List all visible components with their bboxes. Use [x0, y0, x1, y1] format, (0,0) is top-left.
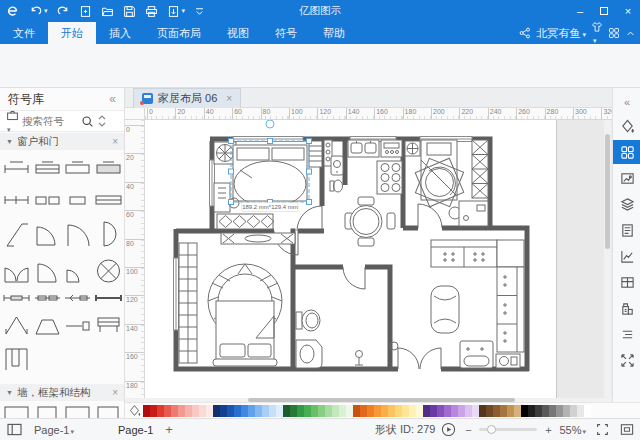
color-swatch[interactable]: [458, 405, 465, 417]
color-swatch[interactable]: [171, 405, 178, 417]
floor-plan[interactable]: 189.2 mm*129.4 mm: [145, 120, 557, 398]
symbol-window-frame[interactable]: [34, 158, 61, 176]
symbol-wall-opening[interactable]: [95, 292, 122, 304]
color-swatch[interactable]: [283, 405, 290, 417]
symbol-window-narrow[interactable]: [64, 192, 91, 208]
close-section-icon[interactable]: ×: [112, 387, 118, 398]
symbol-sliding-door[interactable]: [3, 292, 30, 304]
format-paint-icon[interactable]: [125, 404, 143, 417]
search-icon[interactable]: [81, 115, 94, 128]
color-swatch[interactable]: [507, 405, 514, 417]
color-swatch[interactable]: [430, 405, 437, 417]
symbol-door-half-round[interactable]: [95, 218, 122, 250]
color-swatch[interactable]: [339, 405, 346, 417]
horizontal-ruler[interactable]: 0204060801001201401601802002202402602803…: [145, 108, 612, 120]
color-swatch[interactable]: [479, 405, 486, 417]
rotation-handle[interactable]: [266, 120, 274, 128]
close-button[interactable]: ×: [616, 0, 640, 22]
open-folder-button[interactable]: [101, 0, 114, 22]
symbol-wall-segment[interactable]: [64, 405, 91, 418]
section-windows-doors[interactable]: ▼窗户和门×: [0, 133, 124, 150]
color-swatch[interactable]: [416, 405, 423, 417]
color-swatch[interactable]: [353, 405, 360, 417]
color-swatch[interactable]: [500, 405, 507, 417]
color-swatch[interactable]: [276, 405, 283, 417]
fit-expand-icon[interactable]: [613, 348, 640, 372]
color-swatch[interactable]: [150, 405, 157, 417]
color-swatch[interactable]: [206, 405, 213, 417]
document-tab[interactable]: 家居布局 06 ×: [133, 88, 241, 108]
color-swatch[interactable]: [528, 405, 535, 417]
color-swatch[interactable]: [192, 405, 199, 417]
color-swatch[interactable]: [472, 405, 479, 417]
menu-tab-home[interactable]: 开始: [48, 22, 96, 44]
search-symbols-input[interactable]: [22, 115, 78, 127]
color-swatch[interactable]: [437, 405, 444, 417]
color-swatch[interactable]: [304, 405, 311, 417]
color-swatch[interactable]: [185, 405, 192, 417]
color-swatch[interactable]: [262, 405, 269, 417]
panel-scroll-arrows[interactable]: [97, 113, 107, 129]
color-swatch[interactable]: [220, 405, 227, 417]
color-swatch[interactable]: [451, 405, 458, 417]
close-tab-icon[interactable]: ×: [226, 93, 232, 104]
color-swatch[interactable]: [381, 405, 388, 417]
menu-tab-help[interactable]: 帮助: [310, 22, 358, 44]
table-icon[interactable]: [613, 270, 640, 294]
color-swatch[interactable]: [290, 405, 297, 417]
symbol-window[interactable]: [3, 158, 30, 176]
color-swatch[interactable]: [157, 405, 164, 417]
customize-toolbar-icon[interactable]: [194, 0, 205, 22]
collapse-panel-icon[interactable]: «: [109, 92, 116, 106]
symbol-bench-seat[interactable]: [95, 312, 122, 338]
zoom-in-button[interactable]: +: [541, 424, 555, 436]
color-swatch[interactable]: [227, 405, 234, 417]
color-swatch[interactable]: [374, 405, 381, 417]
undo-button[interactable]: [29, 0, 48, 22]
color-swatch[interactable]: [325, 405, 332, 417]
arrange-icon[interactable]: [613, 322, 640, 346]
print-button[interactable]: [145, 0, 158, 22]
close-section-icon[interactable]: ×: [112, 136, 118, 147]
color-swatch[interactable]: [535, 405, 542, 417]
clipart-icon[interactable]: [613, 296, 640, 320]
page-selector-dropdown[interactable]: Page-1: [28, 424, 104, 436]
note-icon[interactable]: [613, 218, 640, 242]
color-swatch[interactable]: [577, 405, 584, 417]
symbol-door-arc[interactable]: [64, 218, 91, 250]
symbol-wall-segment[interactable]: [3, 405, 30, 418]
color-swatch[interactable]: [269, 405, 276, 417]
color-swatch[interactable]: [388, 405, 395, 417]
fill-style-icon[interactable]: [613, 114, 640, 138]
color-swatch[interactable]: [143, 405, 150, 417]
color-swatch[interactable]: [164, 405, 171, 417]
add-page-button[interactable]: +: [154, 422, 184, 437]
color-swatch[interactable]: [521, 405, 528, 417]
color-swatch[interactable]: [360, 405, 367, 417]
vertical-scrollbar[interactable]: [604, 120, 611, 398]
color-swatch[interactable]: [556, 405, 563, 417]
page-panel-icon[interactable]: [0, 423, 28, 436]
color-swatch[interactable]: [318, 405, 325, 417]
presentation-play-icon[interactable]: [435, 422, 461, 437]
color-swatch[interactable]: [255, 405, 262, 417]
menu-tab-symbols[interactable]: 符号: [262, 22, 310, 44]
user-account[interactable]: 北冥有鱼: [536, 26, 586, 41]
symbol-door-frame[interactable]: [3, 346, 30, 372]
maximize-button[interactable]: [592, 0, 616, 22]
menu-tab-insert[interactable]: 插入: [96, 22, 144, 44]
collapse-ribbon-icon[interactable]: [625, 28, 636, 39]
symbol-double-door[interactable]: [3, 256, 30, 286]
symbol-window-rect[interactable]: [64, 158, 91, 176]
color-swatch[interactable]: [549, 405, 556, 417]
color-swatch[interactable]: [178, 405, 185, 417]
symbol-bay-window[interactable]: [3, 312, 30, 338]
color-swatch[interactable]: [486, 405, 493, 417]
symbol-opening-diagonal[interactable]: [3, 218, 30, 250]
menu-tab-page-layout[interactable]: 页面布局: [144, 22, 214, 44]
drawing-viewport[interactable]: 020406080100120140160180: [125, 120, 612, 398]
symbol-wall-segment[interactable]: [95, 405, 122, 418]
color-swatch[interactable]: [402, 405, 409, 417]
symbol-corner-door[interactable]: [64, 256, 91, 286]
symbol-window-solid[interactable]: [95, 158, 122, 176]
